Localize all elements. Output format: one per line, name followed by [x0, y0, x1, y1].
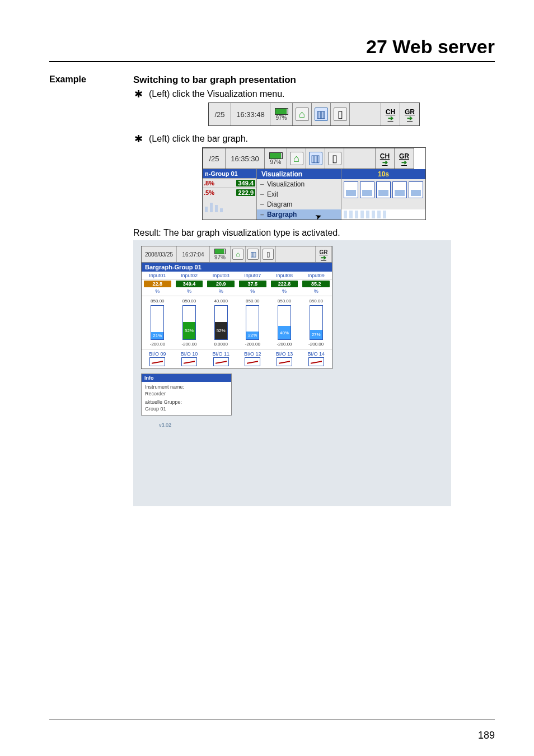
bio-icon	[213, 357, 229, 366]
col-header: Input07	[237, 272, 269, 280]
res-viz-button[interactable]: ▥	[246, 246, 261, 262]
home-icon: ⌂	[290, 152, 303, 165]
menu-left-panel: n-Group 01 .8% 349.4 .5% 222.9	[203, 169, 257, 220]
tb2-time: 16:35:30	[226, 148, 265, 169]
col-header: Input02	[174, 272, 205, 280]
bar-column: 40.00052%0.0000	[205, 296, 237, 349]
tb2-battery: 97%	[265, 148, 287, 169]
battery-icon	[275, 108, 288, 115]
bio-icon	[149, 357, 165, 366]
row-pct: .8%	[204, 180, 214, 186]
result-bar-grid: 850.0021%-200.00850.0052%-200.0040.00052…	[142, 296, 332, 349]
arrow-right-icon: ➔	[382, 160, 388, 165]
info-name-value: Recorder	[145, 391, 228, 398]
bio-icon	[181, 357, 197, 366]
bar-top: 850.00	[174, 298, 205, 304]
bar-box: 22%	[246, 305, 259, 340]
tb1-spacer	[350, 103, 381, 125]
battery-icon	[214, 249, 226, 254]
chapter-title: 27 Web server	[49, 36, 495, 58]
res-spacer	[276, 246, 316, 262]
main-column: Switching to bar graph presentation ✱ (L…	[133, 74, 495, 506]
thumb-icon	[409, 181, 423, 198]
thumb-icon	[376, 181, 391, 198]
tb1-ch-button[interactable]: CH ➔	[381, 103, 400, 125]
col-value: 37.5	[239, 281, 266, 287]
res-home-button[interactable]: ⌂	[231, 246, 246, 262]
mini-bars	[203, 197, 256, 214]
bar-column: 850.0040%-200.00	[269, 296, 301, 349]
tb1-battery-pct: 97%	[275, 115, 287, 121]
step-1-text: (Left) click the Visualization menu.	[149, 89, 284, 99]
bar-fill: 40%	[278, 326, 291, 339]
tb1-gr-button[interactable]: GR ➔	[400, 103, 419, 125]
bar-bottom: 0.0000	[205, 342, 237, 347]
col-unit: %	[205, 288, 237, 296]
bar-top: 850.00	[269, 298, 301, 304]
res-date: 2008/03/25	[142, 246, 177, 262]
group-label: n-Group 01	[203, 169, 256, 178]
tb2-viz-button[interactable]: ▥	[306, 148, 325, 169]
bio-icon	[245, 357, 260, 366]
toolbar-2: /25 16:35:30 97% ⌂ ▥ ▯ CH ➔	[203, 148, 414, 169]
row-val: 349.4	[236, 180, 255, 186]
res-page-button[interactable]: ▯	[261, 246, 276, 262]
result-screenshot: 2008/03/25 16:37:04 97% ⌂ ▥ ▯ GR ➔	[141, 246, 332, 369]
tb2-page-button[interactable]: ▯	[325, 148, 344, 169]
tb1-home-button[interactable]: ⌂	[293, 103, 312, 125]
tb2-battery-pct: 97%	[270, 159, 281, 165]
bar-top: 850.00	[300, 298, 332, 304]
home-icon: ⌂	[296, 108, 309, 121]
bio-cell: BI/O 12	[237, 349, 269, 368]
thumb-icon	[360, 181, 374, 198]
bar-top: 850.00	[237, 298, 269, 304]
section-heading: Switching to bar graph presentation	[133, 74, 495, 86]
tb2-gr-button[interactable]: GR ➔	[395, 148, 414, 169]
bio-label: BI/O 14	[300, 349, 332, 357]
data-row: .5% 222.9	[203, 188, 256, 197]
bar-column: 850.0052%-200.00	[174, 296, 205, 349]
version-label: v3.02	[159, 422, 443, 428]
bio-label: BI/O 10	[174, 349, 205, 357]
bar-fill: 21%	[151, 332, 163, 339]
menu-item-bargraph[interactable]: Bargraph	[257, 209, 341, 220]
right-time-label: 10s	[341, 169, 425, 179]
battery-icon	[269, 152, 283, 159]
tb2-ch-button[interactable]: CH ➔	[376, 148, 395, 169]
col-header: Input08	[269, 272, 301, 280]
tracks	[341, 209, 425, 220]
info-group-value: Group 01	[145, 406, 228, 413]
menu-body: n-Group 01 .8% 349.4 .5% 222.9	[203, 169, 425, 220]
menu-item-exit[interactable]: Exit	[257, 189, 341, 199]
step-2: ✱ (Left) click the bar graph.	[133, 134, 495, 144]
bar-fill: 22%	[246, 332, 259, 339]
bar-column: 850.0022%-200.00	[237, 296, 269, 349]
tb1-page-button[interactable]: ▯	[331, 103, 350, 125]
res-time: 16:37:04	[177, 246, 210, 262]
toolbar-1: /25 16:33:48 97% ⌂ ▥ ▯ CH ➔ GR	[208, 102, 420, 126]
col-unit: %	[269, 288, 301, 296]
menu-item-diagram[interactable]: Diagram	[257, 199, 341, 209]
bar-box: 52%	[182, 305, 196, 340]
bar-box: 40%	[278, 305, 291, 340]
result-value-grid: Input01Input02Input03Input07Input08Input…	[142, 272, 332, 296]
bar-fill: 27%	[310, 330, 322, 339]
tb1-time: 16:33:48	[231, 103, 270, 125]
col-unit: %	[142, 288, 174, 296]
col-unit: %	[237, 288, 269, 296]
screenshot-menu: /25 16:35:30 97% ⌂ ▥ ▯ CH ➔	[133, 147, 495, 220]
res-gr-button[interactable]: GR ➔	[316, 246, 332, 262]
page-icon: ▯	[334, 108, 347, 121]
col-header: Input01	[142, 272, 174, 280]
col-value: 85.2	[302, 281, 330, 287]
screenshot-toolbar-1: /25 16:33:48 97% ⌂ ▥ ▯ CH ➔ GR	[133, 102, 495, 126]
bar-fill: 52%	[215, 322, 227, 339]
menu-item-visualization[interactable]: Visualization	[257, 179, 341, 189]
arrow-right-icon: ➔	[407, 116, 413, 120]
tb2-home-button[interactable]: ⌂	[287, 148, 306, 169]
content-row: Example Switching to bar graph presentat…	[49, 74, 495, 506]
tb1-viz-button[interactable]: ▥	[312, 103, 331, 125]
bio-label: BI/O 12	[237, 349, 269, 357]
thumb-icon	[392, 181, 407, 198]
bar-bottom: -200.00	[237, 342, 269, 347]
